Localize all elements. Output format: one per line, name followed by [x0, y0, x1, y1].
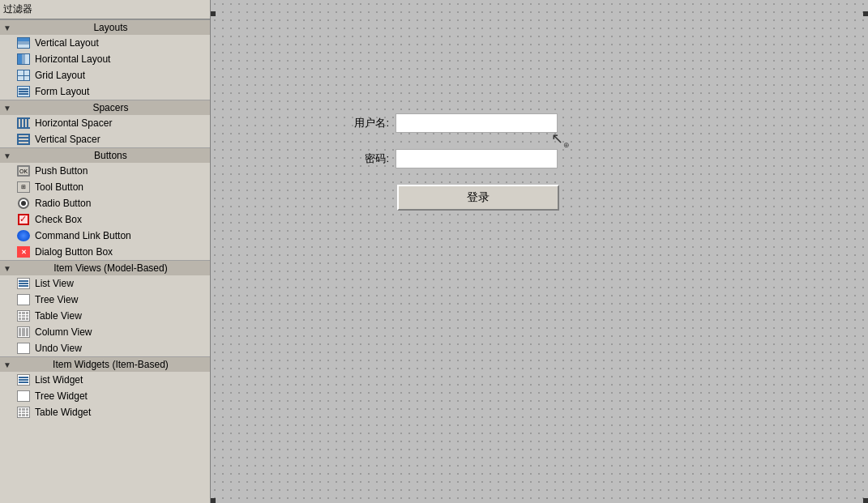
chevron-item-widgets-icon: ▼: [3, 360, 11, 369]
radio-button-label: Radio Button: [35, 198, 91, 209]
dialog-button-box-icon: ✕: [16, 245, 31, 258]
table-view-icon: [16, 309, 31, 322]
sidebar-item-horizontal-spacer[interactable]: Horizontal Spacer: [0, 115, 210, 131]
sidebar-item-grid-layout[interactable]: Grid Layout: [0, 67, 210, 83]
username-row: 用户名:: [340, 113, 616, 133]
sidebar-item-tree-view[interactable]: Tree View: [0, 292, 210, 308]
form-widget: 用户名: 密码: 登录: [340, 113, 616, 211]
section-spacers[interactable]: ▼ Spacers: [0, 100, 210, 115]
sidebar-item-table-view[interactable]: Table View: [0, 308, 210, 324]
filter-label: 过滤器: [3, 3, 32, 15]
sidebar-item-tree-widget[interactable]: Tree Widget: [0, 388, 210, 404]
sidebar-item-command-link-button[interactable]: Command Link Button: [0, 228, 210, 244]
chevron-layouts-icon: ▼: [3, 23, 11, 32]
section-buttons[interactable]: ▼ Buttons: [0, 147, 210, 163]
check-box-label: Check Box: [35, 214, 82, 225]
tree-view-label: Tree View: [35, 294, 78, 305]
section-item-views-label: Item Views (Model-Based): [15, 262, 207, 274]
password-input[interactable]: [396, 149, 558, 168]
push-button-label: Push Button: [35, 165, 88, 177]
radio-button-icon: [16, 197, 31, 210]
check-box-icon: [16, 213, 31, 226]
login-row: 登录: [340, 185, 616, 211]
tree-view-icon: [16, 293, 31, 306]
chevron-buttons-icon: ▼: [3, 151, 11, 160]
section-layouts[interactable]: ▼ Layouts: [0, 19, 210, 35]
vertical-spacer-icon: [16, 133, 31, 146]
filter-bar: 过滤器: [0, 0, 210, 19]
list-view-label: List View: [35, 278, 74, 289]
column-view-icon: [16, 326, 31, 339]
handle-top-right: [863, 11, 868, 16]
sidebar-item-check-box[interactable]: Check Box: [0, 211, 210, 228]
sidebar-item-tool-button[interactable]: ⊞ Tool Button: [0, 179, 210, 195]
sidebar-item-horizontal-layout[interactable]: Horizontal Layout: [0, 51, 210, 67]
table-widget-label: Table Widget: [35, 407, 91, 418]
list-widget-label: List Widget: [35, 374, 83, 386]
section-spacers-label: Spacers: [15, 102, 207, 113]
handle-bottom-right: [863, 498, 868, 503]
sidebar-item-undo-view[interactable]: Undo View: [0, 340, 210, 356]
sidebar-item-radio-button[interactable]: Radio Button: [0, 195, 210, 211]
sidebar-item-table-widget[interactable]: Table Widget: [0, 404, 210, 420]
section-buttons-label: Buttons: [15, 150, 207, 161]
sidebar-item-vertical-spacer[interactable]: Vertical Spacer: [0, 131, 210, 147]
command-link-button-label: Command Link Button: [35, 230, 131, 241]
sidebar-item-list-view[interactable]: List View: [0, 275, 210, 292]
undo-view-icon: [16, 342, 31, 355]
sidebar-item-column-view[interactable]: Column View: [0, 324, 210, 340]
command-link-button-icon: [16, 229, 31, 242]
canvas-area[interactable]: ↖⊕ 用户名: 密码: 登录: [211, 0, 868, 503]
vertical-spacer-label: Vertical Spacer: [35, 134, 100, 145]
login-button[interactable]: 登录: [397, 185, 559, 211]
tool-button-icon: ⊞: [16, 181, 31, 194]
tree-widget-icon: [16, 390, 31, 403]
tree-widget-label: Tree Widget: [35, 390, 88, 402]
password-label: 密码:: [340, 151, 389, 166]
column-view-label: Column View: [35, 326, 92, 338]
handle-bottom-left: [211, 498, 216, 503]
username-input[interactable]: [396, 113, 558, 133]
sidebar-item-list-widget[interactable]: List Widget: [0, 372, 210, 388]
chevron-spacers-icon: ▼: [3, 104, 11, 113]
section-item-widgets[interactable]: ▼ Item Widgets (Item-Based): [0, 356, 210, 372]
table-widget-icon: [16, 406, 31, 419]
username-label: 用户名:: [340, 116, 389, 130]
sidebar-item-push-button[interactable]: OK Push Button: [0, 163, 210, 179]
horizontal-layout-icon: [16, 53, 31, 66]
vertical-layout-label: Vertical Layout: [35, 37, 99, 49]
sidebar-item-form-layout[interactable]: Form Layout: [0, 83, 210, 100]
list-view-icon: [16, 277, 31, 290]
sidebar-item-vertical-layout[interactable]: Vertical Layout: [0, 35, 210, 51]
right-panel: ↖⊕ 用户名: 密码: 登录: [211, 0, 868, 503]
horizontal-spacer-icon: [16, 117, 31, 130]
tree-container[interactable]: ▼ Layouts Vertical Layout Horizontal Lay…: [0, 19, 210, 503]
left-panel: 过滤器 ▼ Layouts Vertical Layout Horizontal…: [0, 0, 211, 503]
list-widget-icon: [16, 373, 31, 386]
form-layout-label: Form Layout: [35, 86, 89, 97]
form-layout-icon: [16, 85, 31, 98]
table-view-label: Table View: [35, 310, 82, 322]
grid-layout-icon: [16, 69, 31, 82]
password-row: 密码:: [340, 149, 616, 168]
chevron-item-views-icon: ▼: [3, 264, 11, 273]
grid-layout-label: Grid Layout: [35, 70, 85, 81]
sidebar-item-dialog-button-box[interactable]: ✕ Dialog Button Box: [0, 244, 210, 260]
section-layouts-label: Layouts: [15, 22, 207, 33]
handle-top-left: [211, 11, 216, 16]
push-button-icon: OK: [16, 164, 31, 177]
tool-button-label: Tool Button: [35, 181, 83, 193]
horizontal-layout-label: Horizontal Layout: [35, 53, 110, 65]
undo-view-label: Undo View: [35, 343, 82, 354]
dialog-button-box-label: Dialog Button Box: [35, 246, 113, 258]
section-item-views[interactable]: ▼ Item Views (Model-Based): [0, 260, 210, 275]
vertical-layout-icon: [16, 36, 31, 49]
horizontal-spacer-label: Horizontal Spacer: [35, 117, 112, 129]
section-item-widgets-label: Item Widgets (Item-Based): [15, 359, 207, 370]
